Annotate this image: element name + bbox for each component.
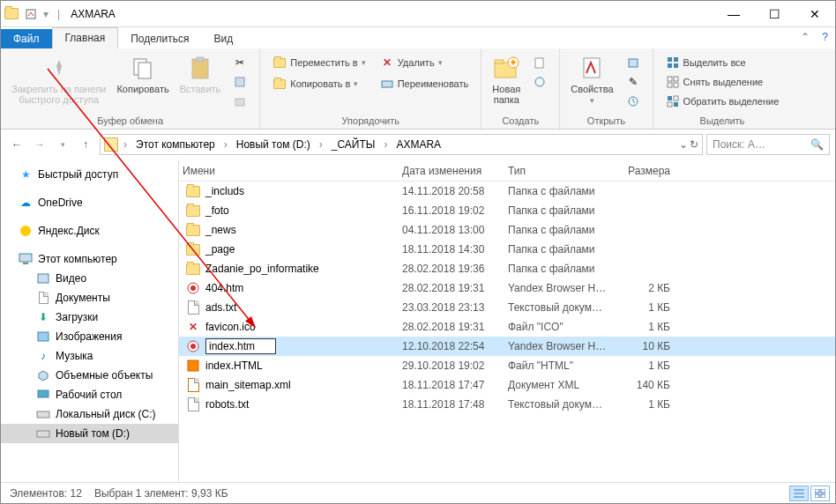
- file-row[interactable]: index.htm12.10.2018 22:54Yandex Browser …: [179, 337, 835, 356]
- chevron-right-icon[interactable]: ›: [120, 138, 131, 151]
- up-button[interactable]: ↑: [75, 134, 96, 155]
- tab-share[interactable]: Поделиться: [118, 29, 201, 48]
- breadcrumb-item[interactable]: AXMARA: [392, 138, 444, 151]
- ico-icon: ✕: [186, 320, 200, 334]
- file-row[interactable]: ads.txt23.03.2018 23:13Текстовый докум…1…: [179, 298, 835, 317]
- sidebar-item-pictures[interactable]: Изображения: [1, 327, 178, 346]
- file-row[interactable]: _foto16.11.2018 19:02Папка с файлами: [179, 201, 835, 220]
- svg-rect-7: [382, 81, 392, 87]
- file-row[interactable]: 404.htm28.02.2018 19:31Yandex Browser H……: [179, 278, 835, 298]
- column-name[interactable]: Имени: [179, 165, 395, 177]
- cut-button[interactable]: ✂: [229, 54, 250, 71]
- column-date[interactable]: Дата изменения: [395, 165, 501, 177]
- sidebar-item-quick-access[interactable]: ★Быстрый доступ: [1, 165, 178, 184]
- paste-button[interactable]: Вставить: [175, 52, 227, 96]
- pin-button[interactable]: Закрепить на панели быстрого доступа: [6, 52, 111, 107]
- sidebar-item-desktop[interactable]: Рабочий стол: [1, 385, 178, 404]
- videos-icon: [36, 271, 50, 285]
- column-type[interactable]: Тип: [501, 165, 616, 177]
- minimize-button[interactable]: —: [713, 1, 754, 27]
- path-icon: [233, 75, 247, 89]
- sidebar-item-3d[interactable]: Объемные объекты: [1, 366, 178, 385]
- sidebar-item-yandex[interactable]: Яндекс.Диск: [1, 221, 178, 241]
- svg-rect-47: [815, 494, 819, 498]
- breadcrumb-item[interactable]: Новый том (D:): [233, 138, 314, 151]
- file-date: 18.11.2018 14:30: [395, 243, 501, 256]
- file-date: 14.11.2018 20:58: [395, 185, 501, 197]
- folder-icon: [104, 137, 118, 152]
- file-row[interactable]: Zadanie_po_informatike28.02.2018 19:36Па…: [179, 259, 835, 278]
- sidebar-item-drive-d[interactable]: Новый том (D:): [1, 424, 178, 443]
- search-input[interactable]: Поиск: A… 🔍: [706, 134, 830, 155]
- view-details-button[interactable]: [789, 485, 809, 501]
- breadcrumb-item[interactable]: _САЙТЫ: [328, 138, 379, 151]
- back-button[interactable]: ←: [6, 134, 27, 155]
- copy-to-icon: [272, 77, 287, 91]
- properties-icon[interactable]: [24, 7, 38, 21]
- file-row[interactable]: _news04.11.2018 13:00Папка с файлами: [179, 220, 835, 240]
- copy-button[interactable]: Копировать: [111, 52, 174, 96]
- open-button[interactable]: [623, 54, 644, 71]
- edit-button[interactable]: ✎: [623, 73, 644, 91]
- file-row[interactable]: _includs14.11.2018 20:58Папка с файлами: [179, 182, 835, 201]
- file-row[interactable]: main_sitemap.xml18.11.2018 17:47Документ…: [179, 375, 835, 395]
- copy-path-button[interactable]: [229, 73, 250, 91]
- chevron-right-icon[interactable]: ›: [380, 138, 391, 151]
- sidebar-item-documents[interactable]: Документы: [1, 288, 178, 308]
- forward-button[interactable]: →: [29, 134, 50, 155]
- sidebar-item-downloads[interactable]: ⬇Загрузки: [1, 308, 178, 327]
- properties-button[interactable]: Свойства ▾: [565, 52, 618, 107]
- close-button[interactable]: ✕: [795, 1, 835, 27]
- edit-icon: ✎: [626, 75, 640, 89]
- select-all-button[interactable]: Выделить все: [662, 54, 783, 71]
- file-name: index.HTML: [205, 359, 263, 372]
- navbar: ← → ▾ ↑ › Этот компьютер › Новый том (D:…: [1, 130, 835, 159]
- recent-button[interactable]: ▾: [52, 134, 73, 155]
- tab-home[interactable]: Главная: [52, 27, 119, 48]
- rename-button[interactable]: Переименовать: [377, 75, 473, 93]
- chevron-up-icon[interactable]: ⌃: [801, 31, 810, 43]
- invert-selection-button[interactable]: Обратить выделение: [662, 93, 783, 110]
- new-item-button[interactable]: [529, 54, 550, 71]
- tab-view[interactable]: Вид: [201, 29, 245, 48]
- tab-file[interactable]: Файл: [1, 29, 52, 48]
- easy-access-button[interactable]: [529, 73, 550, 91]
- paste-shortcut-button[interactable]: [229, 93, 250, 110]
- sidebar-item-music[interactable]: ♪Музыка: [1, 346, 178, 366]
- view-large-button[interactable]: [810, 485, 830, 501]
- cube-icon: [36, 368, 50, 382]
- file-name: Zadanie_po_informatike: [205, 263, 319, 275]
- new-folder-button[interactable]: ✦ Новая папка: [487, 52, 526, 107]
- sidebar-item-onedrive[interactable]: ☁OneDrive: [1, 193, 178, 212]
- file-name: _news: [205, 224, 236, 236]
- file-size: 2 КБ: [616, 282, 677, 294]
- file-row[interactable]: _page18.11.2018 14:30Папка с файлами: [179, 240, 835, 259]
- sidebar-item-videos[interactable]: Видео: [1, 269, 178, 288]
- file-row[interactable]: robots.txt18.11.2018 17:48Текстовый доку…: [179, 395, 835, 414]
- delete-button[interactable]: ✕Удалить▾: [377, 54, 473, 71]
- rename-input[interactable]: index.htm: [205, 338, 276, 354]
- column-size[interactable]: Размера: [616, 165, 677, 177]
- sidebar-item-drive-c[interactable]: Локальный диск (C:): [1, 404, 178, 424]
- select-none-button[interactable]: Снять выделение: [662, 73, 783, 91]
- file-row[interactable]: ✕favicon.ico28.02.2018 19:31Файл "ICO"1 …: [179, 317, 835, 337]
- breadcrumb[interactable]: › Этот компьютер › Новый том (D:) › _САЙ…: [100, 134, 703, 155]
- move-to-button[interactable]: Переместить в▾: [269, 54, 369, 71]
- file-row[interactable]: index.HTML29.10.2018 19:02Файл "HTML"1 К…: [179, 356, 835, 375]
- maximize-button[interactable]: ☐: [754, 1, 795, 27]
- svg-rect-2: [138, 63, 151, 78]
- breadcrumb-item[interactable]: Этот компьютер: [132, 138, 219, 151]
- xml-icon: [186, 378, 200, 392]
- sidebar-item-this-pc[interactable]: Этот компьютер: [1, 249, 178, 269]
- file-type: Файл "ICO": [501, 321, 616, 333]
- help-icon[interactable]: ?: [822, 31, 828, 43]
- status-count: Элементов: 12: [10, 487, 82, 500]
- chevron-right-icon[interactable]: ›: [220, 138, 231, 151]
- chevron-right-icon[interactable]: ›: [316, 138, 326, 151]
- chevron-down-icon[interactable]: ⌄: [679, 138, 688, 151]
- copy-to-button[interactable]: Копировать в▾: [269, 75, 369, 93]
- svg-rect-14: [584, 58, 600, 78]
- refresh-button[interactable]: ↻: [690, 138, 698, 151]
- history-button[interactable]: [623, 93, 644, 110]
- file-type: Папка с файлами: [501, 243, 616, 256]
